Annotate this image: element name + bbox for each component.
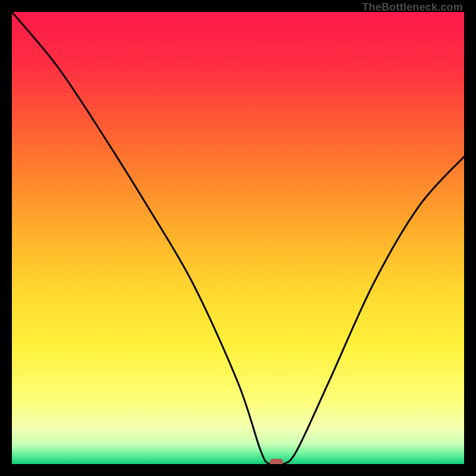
chart-frame: TheBottleneck.com [0,0,476,476]
watermark-text: TheBottleneck.com [362,1,463,14]
optimal-marker [270,459,283,464]
plot-area [12,12,464,464]
bottleneck-curve [12,12,464,464]
curve-layer [12,12,464,464]
